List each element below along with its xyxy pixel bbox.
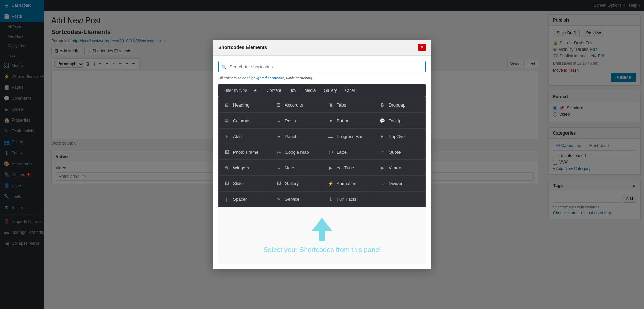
sc-posts[interactable]: ≡Posts [270,113,322,128]
sc-google-map[interactable]: ◎Google map [270,144,322,160]
sc-label[interactable]: 🏷Label [322,144,374,160]
sc-photo-frame[interactable]: 🖼Photo Frame [218,144,270,160]
shortcode-search-input[interactable] [218,61,426,72]
dropcap-icon: B [379,101,386,108]
progress-bar-icon: ▬ [327,133,334,140]
heading-icon: ⊞ [223,101,230,108]
button-icon: ♥ [327,117,334,124]
sc-widgets[interactable]: ⚙Widgets [218,160,270,175]
sc-note[interactable]: ≡Note [270,160,322,175]
select-panel-area: Select your Shortcodes from this panel [218,207,426,264]
sc-slider[interactable]: 🖼Slider [218,175,270,191]
sc-accordion[interactable]: ☰Accordion [270,97,322,113]
alert-icon: ⚠ [223,133,230,140]
search-wrapper: 🔍 [218,61,426,72]
columns-icon: ▤ [223,117,230,124]
sc-alert[interactable]: ⚠Alert [218,128,270,144]
svg-marker-0 [312,217,332,241]
sc-button[interactable]: ♥Button [322,113,374,128]
modal-header: Shortcodes Elements × [213,40,431,56]
shortcodes-modal: Shortcodes Elements × 🔍 Hit enter to sel… [213,40,431,269]
sc-vimeo[interactable]: ▶Vimeo [374,160,426,175]
gallery-icon: 🖼 [275,180,282,187]
popover-icon: ☛ [379,133,386,140]
modal-close-button[interactable]: × [418,44,426,51]
modal-body: 🔍 Hit enter to select highlighted shortc… [213,56,431,269]
fun-facts-icon: ℹ [327,196,334,202]
sc-progress-bar[interactable]: ▬Progress Bar [322,128,374,144]
shortcodes-grid: ⊞Heading ☰Accordion ▣Tabs BDropcap ▤Colu… [218,97,426,207]
filter-box[interactable]: Box [288,87,298,94]
sc-quote[interactable]: ❝Quote [374,144,426,160]
arrow-up-icon [312,217,332,241]
sc-heading[interactable]: ⊞Heading [218,97,270,113]
divider-icon: … [379,180,386,187]
note-icon: ≡ [275,164,282,171]
filter-media[interactable]: Media [303,87,317,94]
animation-icon: ⚡ [327,180,334,187]
sc-fun-facts[interactable]: ℹFun Facts [322,191,374,207]
widgets-icon: ⚙ [223,164,230,171]
filter-label: Filter by type [224,88,247,93]
filter-bar: Filter by type All Content Box Media Gal… [218,84,426,97]
sc-popover[interactable]: ☛PopOver [374,128,426,144]
sc-gallery[interactable]: 🖼Gallery [270,175,322,191]
search-icon: 🔍 [221,64,227,69]
sc-empty [374,191,426,207]
vimeo-icon: ▶ [379,164,386,171]
google-map-icon: ◎ [275,149,282,155]
label-icon: 🏷 [327,149,334,155]
filter-other[interactable]: Other [344,87,356,94]
panel-icon: ≡ [275,133,282,140]
sc-divider[interactable]: …Divider [374,175,426,191]
sc-animation[interactable]: ⚡Animation [322,175,374,191]
spacer-icon: | [223,196,230,202]
filter-gallery[interactable]: Gallery [322,87,338,94]
hint-text: Hit enter to select highlighted shortcod… [218,76,426,80]
sc-tabs[interactable]: ▣Tabs [322,97,374,113]
slider-icon: 🖼 [223,180,230,187]
filter-all[interactable]: All [253,87,260,94]
quote-icon: ❝ [379,149,386,155]
sc-tooltip[interactable]: 💬Tooltip [374,113,426,128]
service-icon: ✎ [275,196,282,202]
accordion-icon: ☰ [275,101,282,108]
filter-content[interactable]: Content [265,87,282,94]
posts-icon: ≡ [275,117,282,124]
sc-youtube[interactable]: ▶YouTube [322,160,374,175]
youtube-icon: ▶ [327,164,334,171]
tabs-icon: ▣ [327,101,334,108]
modal-title: Shortcodes Elements [218,45,267,50]
sc-service[interactable]: ✎Service [270,191,322,207]
tooltip-icon: 💬 [379,117,386,124]
sc-spacer[interactable]: |Spacer [218,191,270,207]
sc-dropcap[interactable]: BDropcap [374,97,426,113]
sc-panel[interactable]: ≡Panel [270,128,322,144]
photo-frame-icon: 🖼 [223,149,230,155]
sc-columns[interactable]: ▤Columns [218,113,270,128]
modal-overlay: Shortcodes Elements × 🔍 Hit enter to sel… [0,0,644,309]
select-panel-text: Select your Shortcodes from this panel [224,246,420,254]
